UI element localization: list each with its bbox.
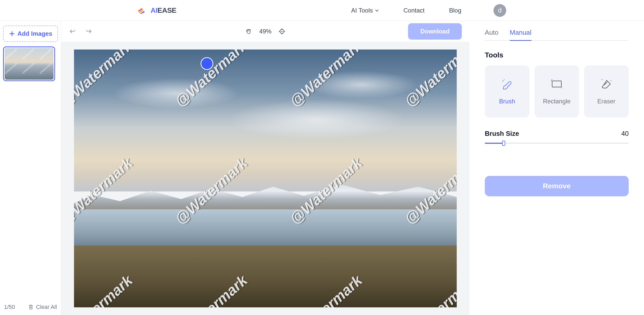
tool-eraser-label: Eraser <box>597 98 615 105</box>
nav-blog[interactable]: Blog <box>449 7 461 14</box>
tool-rectangle[interactable]: Rectangle <box>535 65 579 117</box>
logo-icon <box>138 7 148 14</box>
clear-all-label: Clear All <box>36 304 57 310</box>
tab-auto[interactable]: Auto <box>485 29 499 40</box>
logo-text: AIEASE <box>151 6 176 15</box>
tab-manual[interactable]: Manual <box>510 29 531 41</box>
image-canvas[interactable]: @Watermark @Watermark @Watermark @Waterm… <box>74 50 457 307</box>
chevron-down-icon <box>375 8 379 13</box>
avatar-initial: d <box>498 6 502 14</box>
hand-icon[interactable] <box>245 28 252 35</box>
canvas-ground <box>74 246 457 307</box>
svg-rect-2 <box>552 81 561 87</box>
brush-size-label: Brush Size <box>485 130 519 138</box>
redo-icon[interactable] <box>85 28 92 35</box>
tab-auto-label: Auto <box>485 29 499 36</box>
canvas-sky <box>74 50 457 191</box>
tool-brush-label: Brush <box>499 98 515 105</box>
add-images-button[interactable]: Add Images <box>3 26 58 42</box>
tool-rectangle-label: Rectangle <box>543 98 571 105</box>
brush-size-value: 40 <box>621 130 629 138</box>
logo[interactable]: AIEASE <box>138 6 176 15</box>
tool-eraser[interactable]: Eraser <box>584 65 629 117</box>
brush-size-slider[interactable] <box>485 141 629 145</box>
plus-icon <box>9 31 15 37</box>
thumbnail-1[interactable]: @Watermark @Watermark @Watermark @Waterm… <box>3 46 55 81</box>
add-images-label: Add Images <box>18 30 52 37</box>
tool-brush[interactable]: Brush <box>485 65 529 117</box>
remove-label: Remove <box>543 182 571 190</box>
tools-section-title: Tools <box>485 51 629 59</box>
slider-track <box>485 143 629 144</box>
svg-point-1 <box>281 31 282 32</box>
crosshair-icon[interactable] <box>279 28 285 35</box>
download-label: Download <box>420 28 450 35</box>
rectangle-icon <box>551 78 563 90</box>
thumbnail-image: @Watermark @Watermark @Watermark @Waterm… <box>5 48 54 80</box>
remove-button[interactable]: Remove <box>485 176 629 196</box>
avatar[interactable]: d <box>493 4 506 17</box>
tab-manual-label: Manual <box>510 29 531 36</box>
clear-all-button[interactable]: Clear All <box>28 304 57 310</box>
brush-cursor <box>201 57 213 70</box>
eraser-icon <box>600 78 613 90</box>
image-counter: 1/50 <box>4 304 15 310</box>
brush-icon <box>501 78 513 90</box>
nav-contact[interactable]: Contact <box>403 7 425 14</box>
nav-ai-tools[interactable]: AI Tools <box>351 7 379 14</box>
slider-thumb[interactable] <box>502 141 505 146</box>
slider-fill <box>485 143 503 144</box>
undo-icon[interactable] <box>69 28 76 35</box>
trash-icon <box>28 304 33 310</box>
zoom-percent: 49% <box>259 28 271 35</box>
download-button[interactable]: Download <box>408 23 462 40</box>
nav-contact-label: Contact <box>403 7 425 14</box>
nav-blog-label: Blog <box>449 7 461 14</box>
nav-ai-tools-label: AI Tools <box>351 7 373 14</box>
